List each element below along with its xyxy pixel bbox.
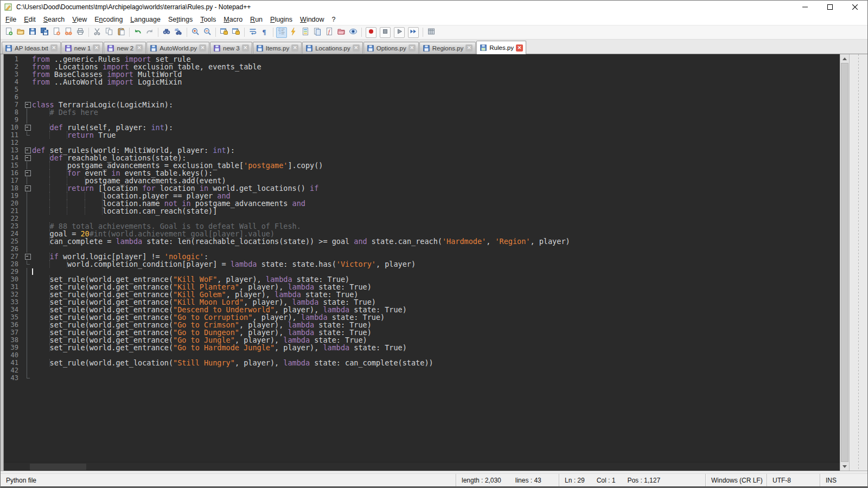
- code-line[interactable]: 12: [4, 139, 840, 146]
- fold-toggle-icon[interactable]: [23, 154, 32, 162]
- status-encoding[interactable]: UTF-8: [767, 474, 820, 486]
- toolbar-indent-guide-button[interactable]: [276, 27, 287, 38]
- tab-close-button[interactable]: ✕: [50, 44, 58, 52]
- toolbar-show-all-chars-button[interactable]: ¶: [259, 27, 270, 38]
- code-line[interactable]: 25can_complete = lambda state: len(reach…: [4, 237, 840, 245]
- code-line[interactable]: 2from .Locations import exclusion_table,…: [4, 63, 840, 70]
- minimize-button[interactable]: [793, 1, 818, 14]
- toolbar-save-button[interactable]: [27, 27, 38, 38]
- code-line[interactable]: 23# 88 total achievements. Goal is to de…: [4, 222, 840, 230]
- fold-toggle-icon[interactable]: [23, 146, 32, 154]
- code-line[interactable]: 20location.name not in postgame_advancem…: [4, 200, 840, 207]
- vertical-scrollbar-thumb[interactable]: [841, 63, 848, 462]
- code-line[interactable]: 41set_rule(world.get_location("Still Hun…: [4, 359, 840, 367]
- editor-area[interactable]: 1from ..generic.Rules import set_rule2fr…: [1, 54, 867, 471]
- tab-locations-py[interactable]: Locations.py✕: [302, 42, 363, 54]
- tab-close-button[interactable]: ✕: [516, 44, 523, 52]
- toolbar-word-wrap-button[interactable]: [247, 27, 258, 38]
- code-line[interactable]: 13def set_rules(world: MultiWorld, playe…: [4, 146, 840, 154]
- scroll-down-arrow-icon[interactable]: [840, 462, 849, 471]
- code-line[interactable]: 38set_rule(world.get_entrance("Go to Jun…: [4, 336, 840, 344]
- status-eol-format[interactable]: Windows (CR LF): [705, 474, 767, 486]
- tab-autoworld-py[interactable]: AutoWorld.py✕: [146, 42, 209, 54]
- tab-options-py[interactable]: Options.py✕: [363, 42, 419, 54]
- code-line[interactable]: 39set_rule(world.get_entrance("Go to Har…: [4, 344, 840, 351]
- code-line[interactable]: 21location.can_reach(state)]: [4, 207, 840, 215]
- menu-run[interactable]: Run: [246, 15, 266, 24]
- fold-toggle-icon[interactable]: [23, 169, 32, 177]
- toolbar-save-all-button[interactable]: [39, 27, 50, 38]
- toolbar-redo-button[interactable]: [144, 27, 155, 38]
- menu-encoding[interactable]: Encoding: [91, 15, 126, 24]
- code-line[interactable]: 43: [4, 374, 840, 382]
- code-line[interactable]: 6: [4, 93, 840, 101]
- menu-language[interactable]: Language: [126, 15, 164, 24]
- code-line[interactable]: 35set_rule(world.get_entrance("Go to Cor…: [4, 313, 840, 321]
- toolbar-folder-as-workspace-button[interactable]: [336, 27, 347, 38]
- code-line[interactable]: 16for event in events_table.keys():: [4, 169, 840, 177]
- code-line[interactable]: 33set_rule(world.get_entrance("Kill Moon…: [4, 298, 840, 306]
- toolbar-zoom-out-button[interactable]: [202, 27, 213, 38]
- code-line[interactable]: 14def reachable_locations(state):: [4, 154, 840, 162]
- code-line[interactable]: 22: [4, 215, 840, 222]
- menu-help[interactable]: ?: [328, 15, 340, 24]
- toolbar-sync-horizontal-button[interactable]: [231, 27, 241, 38]
- code-line[interactable]: 8# Defs here: [4, 108, 840, 116]
- code-line[interactable]: 5: [4, 86, 840, 93]
- code-line[interactable]: 17postgame_advancements.add(event): [4, 177, 840, 184]
- fold-toggle-icon[interactable]: [23, 253, 32, 260]
- menu-search[interactable]: Search: [40, 15, 69, 24]
- code-line[interactable]: 19location.player == player and: [4, 192, 840, 200]
- menu-settings[interactable]: Settings: [164, 15, 196, 24]
- code-line[interactable]: 9: [4, 116, 840, 124]
- tab-close-button[interactable]: ✕: [199, 44, 206, 52]
- code-line[interactable]: 24goal = 20#int(world.achievement_goal[p…: [4, 230, 840, 237]
- code-line[interactable]: 40: [4, 351, 840, 359]
- code-line[interactable]: 26: [4, 245, 840, 253]
- toolbar-view-monitor-button[interactable]: [348, 27, 359, 38]
- code-line[interactable]: 27if world.logic[player] != 'nologic':: [4, 253, 840, 260]
- code-line[interactable]: 32set_rule(world.get_entrance("Kill Gole…: [4, 291, 840, 298]
- code-line[interactable]: 3from BaseClasses import MultiWorld: [4, 70, 840, 78]
- menu-plugins[interactable]: Plugins: [266, 15, 296, 24]
- toolbar-cut-button[interactable]: [92, 27, 103, 38]
- toolbar-macro-stop-button[interactable]: [380, 27, 391, 38]
- tab-close-button[interactable]: ✕: [353, 44, 360, 52]
- tab-close-button[interactable]: ✕: [242, 44, 249, 52]
- fold-toggle-icon[interactable]: [23, 101, 32, 108]
- code-line[interactable]: 31set_rule(world.get_entrance("Kill Plan…: [4, 283, 840, 291]
- toolbar-paste-button[interactable]: [116, 27, 126, 38]
- status-insert-mode[interactable]: INS: [820, 474, 867, 486]
- code-line[interactable]: 29: [4, 268, 840, 275]
- toolbar-function-completion-button[interactable]: [288, 27, 299, 38]
- toolbar-macro-run-multiple-button[interactable]: [408, 27, 419, 38]
- tab-close-button[interactable]: ✕: [136, 44, 143, 52]
- code-line[interactable]: 28world.completion_condition[player] = l…: [4, 260, 840, 268]
- toolbar-new-file-button[interactable]: [3, 27, 14, 38]
- code-line[interactable]: 18return [location for location in world…: [4, 184, 840, 192]
- tab-items-py[interactable]: Items.py✕: [253, 42, 302, 54]
- scroll-up-arrow-icon[interactable]: [840, 54, 849, 63]
- toolbar-open-button[interactable]: [15, 27, 26, 38]
- menu-tools[interactable]: Tools: [196, 15, 220, 24]
- code-line[interactable]: 34set_rule(world.get_entrance("Descend t…: [4, 306, 840, 313]
- maximize-button[interactable]: [818, 1, 843, 14]
- menu-edit[interactable]: Edit: [20, 15, 40, 24]
- tab-ap-ideas-txt[interactable]: AP Ideas.txt✕: [2, 42, 61, 54]
- menu-view[interactable]: View: [68, 15, 91, 24]
- toolbar-macro-record-button[interactable]: [366, 27, 376, 38]
- code-line[interactable]: 4from ..AutoWorld import LogicMixin: [4, 78, 840, 86]
- toolbar-copy-button[interactable]: [104, 27, 114, 38]
- tab-close-button[interactable]: ✕: [291, 44, 298, 52]
- tab-close-button[interactable]: ✕: [409, 44, 416, 52]
- toolbar-print-button[interactable]: [75, 27, 86, 38]
- tab-new-1[interactable]: new 1✕: [61, 42, 104, 54]
- toolbar-macro-save-button[interactable]: [426, 27, 437, 38]
- code-lines[interactable]: 1from ..generic.Rules import set_rule2fr…: [4, 54, 840, 462]
- fold-toggle-icon[interactable]: [23, 124, 32, 131]
- code-line[interactable]: 7class TerrariaLogic(LogicMixin):: [4, 101, 840, 108]
- tab-new-2[interactable]: new 2✕: [104, 42, 146, 54]
- toolbar-macro-play-button[interactable]: [394, 27, 405, 38]
- toolbar-zoom-in-button[interactable]: [190, 27, 201, 38]
- toolbar-replace-button[interactable]: ab: [173, 27, 184, 38]
